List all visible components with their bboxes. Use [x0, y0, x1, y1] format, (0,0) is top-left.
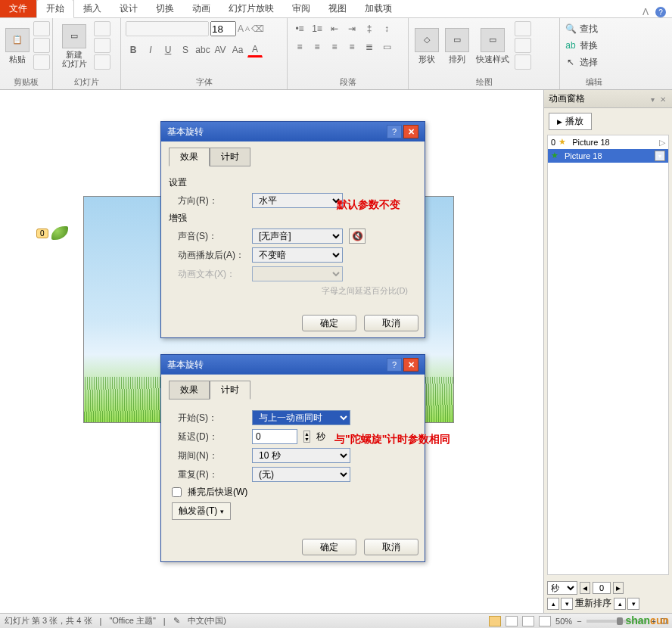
bullets-button[interactable]: •≡	[292, 21, 307, 36]
spellcheck-icon[interactable]: ✎	[173, 616, 180, 626]
delay-input[interactable]	[252, 429, 297, 444]
align-right-button[interactable]: ≡	[327, 39, 342, 54]
zoom-out-button[interactable]: −	[577, 617, 581, 626]
align-justify-button[interactable]: ≡	[344, 39, 359, 54]
shape-outline-button[interactable]	[515, 38, 531, 53]
align-center-button[interactable]: ≡	[310, 39, 325, 54]
speaker-icon[interactable]: 🔇	[349, 229, 366, 244]
font-size-input[interactable]	[210, 21, 236, 36]
tab-transition[interactable]: 切换	[147, 0, 183, 17]
smartart-button[interactable]: ▭	[379, 39, 394, 54]
section-button[interactable]	[94, 54, 110, 70]
format-painter-button[interactable]	[33, 54, 50, 70]
reorder-down-button[interactable]: ▾	[627, 598, 639, 610]
ok-button[interactable]: 确定	[302, 539, 356, 555]
tab-view[interactable]: 视图	[319, 0, 356, 17]
quickstyle-button[interactable]: ▭ 快速样式	[474, 21, 512, 71]
tab-file[interactable]: 文件	[0, 0, 36, 17]
repeat-select[interactable]: (无)	[252, 467, 350, 482]
cancel-button[interactable]: 取消	[364, 315, 418, 331]
tab-review[interactable]: 审阅	[283, 0, 319, 17]
text-direction-button[interactable]: ↕	[379, 21, 394, 36]
dialog-close-button[interactable]: ✕	[403, 358, 418, 372]
layout-button[interactable]	[94, 21, 110, 36]
tab-timing[interactable]: 计时	[210, 148, 250, 166]
arrange-button[interactable]: ▭ 排列	[443, 21, 471, 71]
numbering-button[interactable]: 1≡	[310, 21, 325, 36]
spacing-button[interactable]: AV	[213, 42, 228, 58]
reorder-up-button[interactable]: ▴	[614, 598, 626, 610]
animation-item[interactable]: Picture 18 ▾	[548, 149, 668, 163]
tab-addins[interactable]: 加载项	[356, 0, 401, 17]
tab-timing[interactable]: 计时	[210, 381, 250, 399]
seconds-select[interactable]: 秒	[547, 581, 577, 595]
timeline-scroll-right[interactable]: ▸	[613, 582, 624, 594]
tab-animation[interactable]: 动画	[183, 0, 219, 17]
tab-design[interactable]: 设计	[110, 0, 147, 17]
dialog-close-button[interactable]: ✕	[403, 125, 418, 138]
normal-view-button[interactable]	[489, 616, 501, 626]
italic-button[interactable]: I	[143, 42, 158, 58]
shapes-button[interactable]: ◇ 形状	[413, 21, 440, 71]
line-spacing-button[interactable]: ‡	[362, 21, 377, 36]
grow-font-icon[interactable]: A	[238, 23, 244, 34]
play-animations-button[interactable]: 播放	[549, 113, 592, 130]
sound-select[interactable]: [无声音]	[252, 229, 343, 244]
indent-dec-button[interactable]: ⇤	[327, 21, 342, 36]
zoom-level[interactable]: 50%	[555, 617, 572, 626]
pane-dropdown-icon[interactable]: ▾	[649, 95, 656, 104]
pane-close-icon[interactable]: ✕	[658, 95, 667, 104]
seconds-value[interactable]	[593, 582, 611, 594]
trigger-button[interactable]: 触发器(T)	[172, 502, 231, 520]
tab-effect[interactable]: 效果	[169, 381, 210, 399]
align-left-button[interactable]: ≡	[292, 39, 307, 54]
reading-view-button[interactable]	[522, 616, 534, 626]
indent-inc-button[interactable]: ⇥	[344, 21, 359, 36]
after-select[interactable]: 不变暗	[252, 247, 343, 263]
sorter-view-button[interactable]	[506, 616, 518, 626]
font-color-button[interactable]: A	[247, 42, 263, 58]
rewind-checkbox[interactable]	[172, 487, 182, 497]
clear-format-icon[interactable]: ⌫	[251, 23, 264, 34]
reset-button[interactable]	[94, 38, 110, 53]
start-select[interactable]: 与上一动画同时	[252, 410, 350, 425]
help-icon[interactable]: ?	[655, 7, 666, 17]
select-button[interactable]: ↖选择	[565, 54, 598, 70]
shape-fill-button[interactable]	[515, 21, 531, 36]
underline-button[interactable]: U	[160, 42, 176, 58]
ok-button[interactable]: 确定	[302, 315, 356, 331]
timeline-scroll-left[interactable]: ◂	[580, 582, 590, 594]
tab-insert[interactable]: 插入	[74, 0, 110, 17]
changecase-button[interactable]: Aa	[230, 42, 245, 58]
replace-button[interactable]: ab替换	[565, 38, 598, 53]
animation-item[interactable]: 0 Picture 18 ▷	[548, 135, 668, 149]
dialog-help-button[interactable]: ?	[387, 125, 402, 138]
tab-effect[interactable]: 效果	[169, 148, 210, 166]
slideshow-view-button[interactable]	[539, 616, 551, 626]
tab-home[interactable]: 开始	[36, 0, 74, 18]
bold-button[interactable]: B	[126, 42, 141, 58]
strike-button[interactable]: S	[178, 42, 193, 58]
direction-select[interactable]: 水平	[252, 193, 343, 208]
dialog-help-button[interactable]: ?	[387, 358, 402, 372]
move-down-button[interactable]: ▾	[561, 598, 573, 610]
expand-icon[interactable]: ▷	[659, 138, 665, 148]
new-slide-button[interactable]: ▭ 新建 幻灯片	[58, 21, 91, 71]
font-family-input[interactable]	[126, 21, 209, 36]
cut-button[interactable]	[33, 21, 50, 36]
duration-select[interactable]: 10 秒	[252, 448, 350, 463]
animation-tag[interactable]: 0	[36, 226, 68, 240]
shape-effects-button[interactable]	[515, 54, 531, 70]
animation-item-dropdown[interactable]: ▾	[655, 151, 665, 161]
tab-slideshow[interactable]: 幻灯片放映	[219, 0, 283, 17]
delay-down[interactable]: ▼	[304, 437, 310, 442]
find-button[interactable]: 🔍查找	[565, 21, 598, 36]
columns-button[interactable]: ≣	[362, 39, 377, 54]
delay-up[interactable]: ▲	[304, 431, 310, 437]
paste-button[interactable]: 📋 粘贴	[5, 21, 30, 71]
move-up-button[interactable]: ▴	[547, 598, 559, 610]
shadow-button[interactable]: abc	[195, 42, 210, 58]
copy-button[interactable]	[33, 38, 50, 53]
shrink-font-icon[interactable]: A	[245, 25, 250, 33]
cancel-button[interactable]: 取消	[364, 539, 418, 555]
